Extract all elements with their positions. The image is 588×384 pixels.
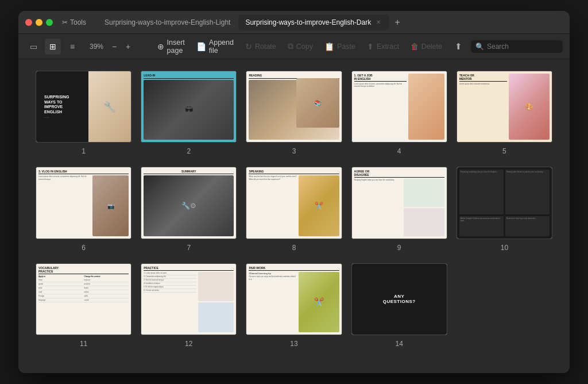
page-thumbnail: 1. GET A JOBIN ENGLISH Lorem ipsum dolor…: [351, 71, 447, 143]
close-button[interactable]: [25, 19, 32, 26]
rotate-button[interactable]: ↻ Rotate: [239, 39, 282, 55]
rotate-icon: ↻: [245, 42, 252, 51]
new-tab-icon: +: [395, 17, 400, 28]
zoom-minus-icon: −: [112, 42, 117, 51]
list-item[interactable]: SURPRISINGWAYS TOIMPROVEENGLISH ——— 🔧 1: [36, 71, 131, 155]
page-number: 6: [82, 244, 86, 252]
list-item[interactable]: AGREE ORDISAGREE Studying English helps …: [351, 167, 447, 251]
title-bar: ✂ Tools Surprising-ways-to-improve-Engli…: [18, 11, 570, 34]
page-number: 7: [187, 244, 191, 252]
toolbar-left: ▭ ⊞ ≡ 39% − +: [25, 39, 134, 55]
page-number: 5: [502, 147, 506, 155]
delete-button[interactable]: 🗑 Delete: [405, 39, 448, 55]
share-icon: ⬆: [455, 41, 462, 52]
list-item[interactable]: Practicing vocabulary that you learn for…: [457, 167, 552, 251]
append-file-icon: 📄: [196, 42, 206, 51]
page-number: 10: [501, 244, 508, 252]
page-number: 1: [82, 147, 86, 155]
page-thumbnail: ANYQUESTIONS?: [351, 263, 447, 335]
paste-label: Paste: [337, 43, 355, 51]
page-number: 13: [290, 340, 297, 348]
page-number: 11: [80, 340, 87, 348]
tab-light[interactable]: Surprising-ways-to-improve-English-Light: [98, 14, 237, 30]
page-thumbnail: READING 📚: [246, 71, 342, 143]
page-thumbnail: PAIR WORK Channel learning tip Choose a …: [246, 263, 342, 335]
page-thumbnail: VOCABULARYPRACTICE Apply to listen speak…: [36, 263, 131, 335]
paste-icon: 📋: [324, 42, 334, 51]
toolbar-right: ⬆ 🔍: [450, 39, 563, 55]
new-tab-button[interactable]: +: [390, 16, 404, 29]
zoom-minus-button[interactable]: −: [108, 40, 121, 53]
insert-page-button[interactable]: ⊕ Insert page: [152, 35, 191, 58]
page-thumbnail: 3. VLOG IN ENGLISH Lorem ipsum dolor sit…: [36, 167, 131, 239]
page-number: 9: [397, 244, 401, 252]
page-number: 14: [396, 340, 403, 348]
pages-grid: SURPRISINGWAYS TOIMPROVEENGLISH ——— 🔧 1 …: [36, 71, 552, 348]
tab-dark[interactable]: Surprising-ways-to-improve-English-Dark …: [238, 14, 389, 30]
main-content: SURPRISINGWAYS TOIMPROVEENGLISH ——— 🔧 1 …: [18, 59, 570, 373]
list-icon: ≡: [70, 42, 75, 51]
delete-icon: 🗑: [411, 42, 419, 51]
page-thumbnail: PRACTICE 1. Lorem ipsum dolor sit amet 2…: [141, 263, 237, 335]
insert-page-icon: ⊕: [157, 42, 164, 51]
page-thumbnail: LEAD-IN 🕶: [141, 71, 237, 143]
copy-label: Copy: [296, 43, 313, 51]
tab-dark-label: Surprising-ways-to-improve-English-Dark: [245, 18, 371, 26]
fullscreen-button[interactable]: [46, 19, 53, 26]
zoom-plus-button[interactable]: +: [122, 40, 134, 53]
page-number: 2: [187, 147, 191, 155]
page-number: 12: [185, 340, 192, 348]
page-number: 8: [292, 244, 296, 252]
extract-label: Extract: [377, 43, 399, 51]
append-file-button[interactable]: 📄 Append file: [191, 35, 239, 58]
tools-menu[interactable]: ✂ Tools: [62, 18, 86, 26]
page-thumbnail: Practicing vocabulary that you learn for…: [457, 167, 552, 239]
insert-page-label: Insert page: [167, 39, 185, 55]
list-item[interactable]: VOCABULARYPRACTICE Apply to listen speak…: [36, 263, 131, 348]
list-item[interactable]: TEACH ORMENTOR Lorem ipsum dolor sit ame…: [457, 71, 552, 155]
list-item[interactable]: SUMMARY 🔧⚙ 7: [141, 167, 237, 251]
tools-label: Tools: [70, 18, 86, 26]
list-item[interactable]: READING 📚 3: [246, 71, 342, 155]
tabs-bar: Surprising-ways-to-improve-English-Light…: [98, 14, 563, 30]
zoom-plus-icon: +: [126, 42, 130, 51]
page-number: 3: [292, 147, 296, 155]
toolbar: ▭ ⊞ ≡ 39% − + ⊕ Insert page: [18, 34, 570, 59]
page-thumbnail: TEACH ORMENTOR Lorem ipsum dolor sit ame…: [457, 71, 552, 143]
search-icon: 🔍: [475, 43, 484, 51]
grid-icon: ⊞: [49, 42, 56, 51]
sidebar-toggle-button[interactable]: ▭: [25, 39, 41, 55]
copy-button[interactable]: ⧉ Copy: [282, 38, 319, 55]
delete-label: Delete: [421, 43, 442, 51]
tab-dark-close-icon[interactable]: ✕: [374, 18, 382, 26]
extract-button[interactable]: ⬆ Extract: [361, 39, 405, 55]
search-input[interactable]: [487, 43, 558, 51]
list-item[interactable]: 1. GET A JOBIN ENGLISH Lorem ipsum dolor…: [351, 71, 447, 155]
copy-icon: ⧉: [288, 41, 293, 51]
app-window: ✂ Tools Surprising-ways-to-improve-Engli…: [18, 11, 570, 373]
tab-light-label: Surprising-ways-to-improve-English-Light: [105, 18, 230, 26]
list-view-button[interactable]: ≡: [64, 39, 80, 55]
list-item[interactable]: 3. VLOG IN ENGLISH Lorem ipsum dolor sit…: [36, 167, 131, 251]
list-item[interactable]: PAIR WORK Channel learning tip Choose a …: [246, 263, 342, 348]
sidebar-icon: ▭: [30, 42, 37, 51]
grid-view-button[interactable]: ⊞: [45, 39, 61, 55]
page-thumbnail: SPEAKING When was the last time you step…: [246, 167, 342, 239]
list-item[interactable]: ANYQUESTIONS? 14: [351, 263, 447, 348]
list-item[interactable]: LEAD-IN 🕶 2: [141, 71, 237, 155]
page-thumbnail: SUMMARY 🔧⚙: [141, 167, 237, 239]
rotate-label: Rotate: [255, 43, 276, 51]
append-file-label: Append file: [209, 39, 234, 55]
zoom-value: 39%: [86, 43, 107, 51]
page-thumbnail: AGREE ORDISAGREE Studying English helps …: [351, 167, 447, 239]
paste-button[interactable]: 📋 Paste: [319, 39, 361, 55]
extract-icon: ⬆: [367, 42, 374, 51]
minimize-button[interactable]: [36, 19, 42, 26]
zoom-control: 39% − +: [86, 40, 134, 53]
page-thumbnail: SURPRISINGWAYS TOIMPROVEENGLISH ——— 🔧: [36, 71, 131, 143]
list-item[interactable]: SPEAKING When was the last time you step…: [246, 167, 342, 251]
list-item[interactable]: PRACTICE 1. Lorem ipsum dolor sit amet 2…: [141, 263, 237, 348]
search-box[interactable]: 🔍: [471, 40, 563, 53]
share-button[interactable]: ⬆: [450, 39, 466, 55]
traffic-lights: [25, 19, 53, 26]
